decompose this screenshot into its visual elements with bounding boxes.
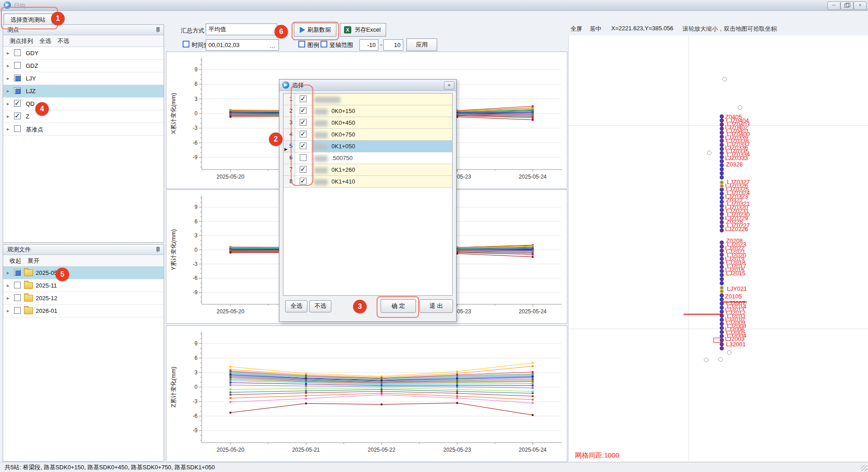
survey-point-dot[interactable] <box>720 253 724 257</box>
tree-item-2025-12[interactable]: ▸2025-12 <box>3 292 164 305</box>
survey-point-dot[interactable] <box>720 224 724 228</box>
survey-point-dot[interactable] <box>720 192 724 196</box>
expand-arrow-icon[interactable]: ▸ <box>7 295 9 301</box>
row-checkbox-cell[interactable]: ✓ <box>295 117 312 128</box>
menu-select-all-points[interactable]: 全选 <box>39 37 51 45</box>
survey-point-dot[interactable] <box>720 257 724 261</box>
survey-point-dot[interactable] <box>720 151 724 155</box>
dialog-station-row[interactable]: 4✓0K0+750 <box>283 129 452 141</box>
checkbox[interactable]: ✓ <box>300 119 307 126</box>
survey-point-dot-khaki[interactable] <box>720 289 724 293</box>
survey-point-dot[interactable] <box>720 220 724 224</box>
checkbox[interactable] <box>14 75 21 81</box>
tree-item-LJZ[interactable]: ▸LJZ <box>3 85 164 98</box>
survey-point-dot[interactable] <box>720 139 724 143</box>
checkbox[interactable] <box>14 125 21 132</box>
legend-checkbox[interactable] <box>298 41 305 47</box>
checkbox[interactable]: ✓ <box>300 131 307 137</box>
survey-point-dot[interactable] <box>720 216 724 220</box>
survey-point-dot[interactable] <box>720 346 724 350</box>
survey-point-dot[interactable] <box>720 135 724 139</box>
tree-item-2025-05[interactable]: ▸2025-05 <box>3 267 164 279</box>
expand-arrow-icon[interactable]: ▸ <box>7 88 9 94</box>
pin-icon[interactable] <box>155 247 160 252</box>
survey-point-dot[interactable] <box>720 147 724 151</box>
restore-button-icon[interactable] <box>840 1 854 10</box>
summary-method-combobox[interactable]: 平均值 <box>206 24 277 35</box>
map-canvas[interactable]: Z0405LJZ0404LJZ0403LJZ0402LJZ0401LJZ0400… <box>568 35 868 461</box>
checkbox[interactable]: ✓ <box>300 166 307 173</box>
ellipsis-button[interactable]: … <box>269 41 276 52</box>
close-button-icon[interactable]: × <box>854 1 867 10</box>
row-checkbox-cell[interactable]: ✓ <box>295 176 312 187</box>
survey-point-dot[interactable] <box>720 163 724 167</box>
survey-point-dot[interactable] <box>720 293 724 297</box>
tree-item-2025-11[interactable]: ▸2025-11 <box>3 279 164 292</box>
survey-point-dot-khaki[interactable] <box>720 184 724 188</box>
survey-point-dot[interactable] <box>720 159 724 163</box>
survey-point-dot[interactable] <box>720 208 724 212</box>
tree-item-QD[interactable]: ▸✓QD <box>3 98 164 110</box>
survey-point-dot[interactable] <box>720 306 724 310</box>
dialog-station-row[interactable]: 7✓0K1+260 <box>283 164 452 176</box>
expand-arrow-icon[interactable]: ▸ <box>7 270 9 276</box>
expand-arrow-icon[interactable]: ▸ <box>7 50 9 56</box>
checkbox[interactable]: ✓ <box>300 142 307 149</box>
row-checkbox-cell[interactable]: ✓ <box>295 94 312 105</box>
survey-point-dot[interactable] <box>720 330 724 334</box>
survey-point-dot[interactable] <box>720 175 724 179</box>
survey-point-dot[interactable] <box>720 318 724 322</box>
survey-point-dot[interactable] <box>720 123 724 127</box>
tree-item-Z[interactable]: ▸✓Z <box>3 110 164 123</box>
resize-grip[interactable] <box>861 465 867 471</box>
survey-point-dot[interactable] <box>720 155 724 159</box>
dialog-select-all-button[interactable]: 全选 <box>285 300 307 312</box>
expand-arrow-icon[interactable]: ▸ <box>7 101 9 107</box>
row-checkbox-cell[interactable]: ✓ <box>295 141 312 152</box>
survey-point-dot[interactable] <box>720 269 724 273</box>
tree-item-GDY[interactable]: ▸GDY <box>3 47 164 60</box>
survey-point-dot[interactable] <box>720 200 724 204</box>
expand-arrow-icon[interactable]: ▸ <box>7 283 9 288</box>
checkbox[interactable] <box>14 49 21 56</box>
survey-point-dot[interactable] <box>720 212 724 216</box>
survey-point-dot[interactable] <box>720 241 724 245</box>
map-center-button[interactable]: 居中 <box>590 25 601 33</box>
dialog-station-row[interactable]: 1✓ <box>283 94 452 105</box>
survey-point-dot[interactable] <box>720 245 724 249</box>
dialog-station-row[interactable]: 6.500750 <box>283 152 452 164</box>
checkbox[interactable]: ✓ <box>14 113 21 119</box>
save-excel-button[interactable]: X 另存Excel <box>340 23 386 37</box>
checkbox[interactable] <box>14 307 21 314</box>
dialog-station-row[interactable]: 8✓0K1+410 <box>283 176 452 188</box>
y-max-input[interactable]: 10 <box>383 39 403 51</box>
survey-point-dot[interactable] <box>720 114 724 118</box>
checkbox[interactable]: ✓ <box>14 100 21 107</box>
expand-arrow-icon[interactable]: ▸ <box>7 308 9 314</box>
survey-point-dot[interactable] <box>720 249 724 253</box>
row-checkbox-cell[interactable]: ✓ <box>295 105 312 117</box>
survey-point-dot[interactable] <box>720 277 724 281</box>
menu-sort-points[interactable]: 测点排列 <box>9 37 33 45</box>
expand-arrow-icon[interactable]: ▸ <box>7 76 9 81</box>
survey-point-dot[interactable] <box>720 322 724 326</box>
refresh-data-button[interactable]: 刷新数据 <box>294 23 336 37</box>
y-min-input[interactable]: -10 <box>359 39 378 51</box>
survey-point-dot[interactable] <box>720 310 724 314</box>
survey-point-dot[interactable] <box>720 127 724 131</box>
tree-item-LJY[interactable]: ▸LJY <box>3 72 164 85</box>
axis-range-checkbox[interactable] <box>321 41 327 47</box>
map-fullscreen-button[interactable]: 全屏 <box>571 25 582 33</box>
survey-point-dot[interactable] <box>720 167 724 171</box>
survey-point-dot[interactable] <box>720 281 724 285</box>
survey-point-dot[interactable] <box>720 273 724 277</box>
expand-arrow-icon[interactable]: ▸ <box>7 113 9 119</box>
checkbox[interactable] <box>14 269 21 276</box>
survey-point-dot[interactable] <box>720 265 724 269</box>
checkbox[interactable] <box>14 294 21 301</box>
time-query-checkbox[interactable] <box>183 41 189 47</box>
survey-point-dot[interactable] <box>720 143 724 147</box>
dialog-close-icon[interactable]: × <box>444 81 454 90</box>
survey-point-dot[interactable] <box>720 261 724 265</box>
dialog-select-none-button[interactable]: 不选 <box>309 300 331 312</box>
